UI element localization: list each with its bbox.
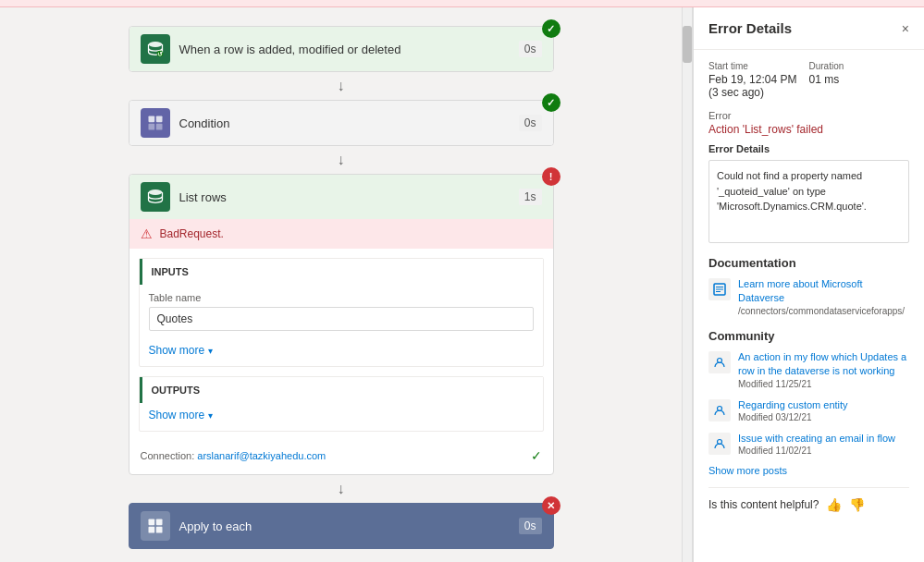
- inputs-show-more[interactable]: Show more ▾: [140, 338, 543, 366]
- connection-check-icon: ✓: [531, 448, 542, 463]
- error-banner-text: BadRequest.: [160, 227, 224, 240]
- connection-email[interactable]: arslanarif@tazkiyahedu.com: [197, 450, 326, 461]
- community-icon-3: [708, 433, 731, 455]
- documentation-title: Documentation: [708, 256, 909, 270]
- panel-body: Start time Feb 19, 12:04 PM (3 sec ago) …: [694, 50, 924, 562]
- community-icon-1: [708, 351, 731, 373]
- svg-point-0: [148, 42, 162, 47]
- community-link-2: Regarding custom entity: [738, 398, 848, 412]
- thumbs-down-icon[interactable]: 👎: [849, 497, 865, 512]
- warning-icon: ⚠: [141, 226, 153, 241]
- listrows-label: List rows: [179, 190, 519, 204]
- outputs-header: OUTPUTS: [140, 377, 543, 403]
- community-text-2: Regarding custom entity Modified 03/12/2…: [738, 398, 848, 422]
- arrow-1: [28, 72, 654, 100]
- community-date-3: Modified 11/02/21: [738, 446, 895, 456]
- listrows-icon: [141, 182, 170, 212]
- condition-label: Condition: [179, 116, 519, 130]
- error-details-box: Could not find a property named '_quotei…: [708, 160, 909, 243]
- condition-badge: ✓: [542, 93, 561, 112]
- community-text-1: An action in my flow which Updates a row…: [738, 350, 909, 389]
- condition-header: Condition 0s: [129, 101, 553, 145]
- trigger-header: ↺ When a row is added, modified or delet…: [129, 27, 553, 71]
- apply-icon: [141, 511, 170, 541]
- listrows-duration: 1s: [519, 189, 542, 205]
- meta-row: Start time Feb 19, 12:04 PM (3 sec ago) …: [708, 61, 909, 99]
- inputs-show-more-label: Show more: [149, 344, 205, 357]
- listrows-badge: !: [542, 167, 561, 186]
- error-section-value: Action 'List_rows' failed: [708, 123, 909, 136]
- community-date-1: Modified 11/25/21: [738, 379, 909, 389]
- flow-scrollbar[interactable]: [682, 7, 693, 562]
- community-icon-2: [708, 399, 731, 422]
- listrows-header: List rows 1s: [129, 175, 553, 219]
- table-name-value: Quotes: [149, 307, 534, 331]
- condition-icon: [141, 108, 170, 138]
- svg-rect-11: [155, 527, 162, 533]
- arrow-2: [28, 146, 654, 174]
- listrows-card[interactable]: List rows 1s ! ⚠ BadRequest. INPUTS Tabl…: [129, 174, 554, 475]
- trigger-step: ↺ When a row is added, modified or delet…: [28, 26, 654, 72]
- doc-item-1[interactable]: Learn more about Microsoft Dataverse /co…: [708, 277, 909, 316]
- panel-header: Error Details ×: [694, 7, 924, 50]
- show-more-posts[interactable]: Show more posts: [708, 465, 909, 476]
- apply-card[interactable]: Apply to each 0s ✕: [129, 503, 554, 549]
- connection-row: Connection: arslanarif@tazkiyahedu.com ✓: [129, 441, 553, 474]
- apply-badge: ✕: [542, 496, 561, 515]
- doc-link-subtext-1: /connectors/commondataserviceforapps/: [738, 306, 909, 316]
- trigger-badge: ✓: [542, 19, 561, 38]
- svg-rect-9: [155, 519, 162, 526]
- outputs-section: OUTPUTS Show more ▾: [139, 376, 544, 432]
- error-details-label: Error Details: [708, 143, 909, 154]
- svg-rect-10: [148, 527, 154, 533]
- trigger-card[interactable]: ↺ When a row is added, modified or delet…: [129, 26, 554, 72]
- thumbs-up-icon[interactable]: 👍: [826, 497, 842, 512]
- inputs-chevron-icon: ▾: [208, 346, 213, 356]
- scroll-thumb[interactable]: [683, 26, 692, 63]
- trigger-duration: 0s: [519, 41, 542, 57]
- inputs-header: INPUTS: [140, 259, 543, 285]
- trigger-icon: ↺: [141, 34, 170, 64]
- flow-area: ↺ When a row is added, modified or delet…: [0, 7, 682, 562]
- error-panel: Error Details × Start time Feb 19, 12:04…: [693, 7, 924, 562]
- panel-title: Error Details: [708, 20, 792, 36]
- community-item-3[interactable]: Issue with creating an email in flow Mod…: [708, 432, 909, 456]
- doc-link-text-1: Learn more about Microsoft Dataverse: [738, 277, 909, 306]
- community-title: Community: [708, 329, 909, 343]
- apply-label: Apply to each: [179, 519, 519, 533]
- condition-card[interactable]: Condition 0s ✓: [129, 100, 554, 146]
- apply-step: Apply to each 0s ✕: [28, 503, 654, 549]
- listrows-step: List rows 1s ! ⚠ BadRequest. INPUTS Tabl…: [28, 174, 654, 475]
- condition-duration: 0s: [519, 115, 542, 131]
- svg-point-7: [148, 189, 162, 195]
- inputs-section: INPUTS Table name Quotes Show more ▾: [139, 258, 544, 367]
- svg-text:↺: ↺: [157, 51, 163, 57]
- outputs-show-more-label: Show more: [149, 409, 205, 422]
- main-container: ↺ When a row is added, modified or delet…: [0, 7, 924, 562]
- svg-rect-3: [148, 116, 154, 123]
- duration-value: 01 ms: [809, 73, 910, 86]
- table-name-row: Table name Quotes: [140, 285, 543, 338]
- close-button[interactable]: ×: [902, 21, 909, 36]
- condition-step: Condition 0s ✓: [28, 100, 654, 146]
- feedback-row: Is this content helpful? 👍 👎: [708, 487, 909, 521]
- trigger-label: When a row is added, modified or deleted: [179, 43, 519, 56]
- top-bar: [0, 0, 924, 7]
- community-link-3: Issue with creating an email in flow: [738, 432, 895, 446]
- svg-rect-8: [148, 519, 154, 526]
- community-date-2: Modified 03/12/21: [738, 412, 848, 422]
- svg-rect-4: [155, 116, 162, 123]
- scroll-track: [683, 7, 692, 562]
- start-time-col: Start time Feb 19, 12:04 PM (3 sec ago): [708, 61, 809, 99]
- apply-header: Apply to each 0s: [129, 504, 553, 548]
- community-item-1[interactable]: An action in my flow which Updates a row…: [708, 350, 909, 389]
- outputs-chevron-icon: ▾: [208, 410, 213, 421]
- community-item-2[interactable]: Regarding custom entity Modified 03/12/2…: [708, 398, 909, 422]
- svg-rect-5: [148, 124, 154, 130]
- apply-duration: 0s: [519, 518, 542, 534]
- doc-text-1: Learn more about Microsoft Dataverse /co…: [738, 277, 909, 316]
- feedback-text: Is this content helpful?: [708, 498, 819, 511]
- start-time-label: Start time: [708, 61, 809, 71]
- connection-label: Connection:: [141, 450, 195, 461]
- outputs-show-more[interactable]: Show more ▾: [140, 403, 543, 431]
